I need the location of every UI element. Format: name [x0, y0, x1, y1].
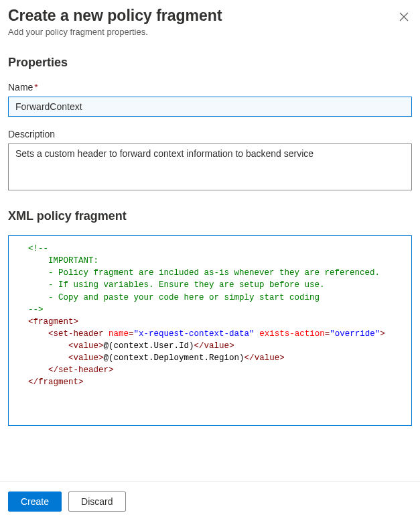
name-input[interactable]	[8, 97, 412, 117]
close-icon	[399, 12, 409, 23]
discard-button[interactable]: Discard	[68, 491, 125, 512]
footer-bar: Create Discard	[0, 481, 420, 521]
name-label: Name*	[8, 82, 412, 93]
xml-code-editor[interactable]: <!-- IMPORTANT: - Policy fragment are in…	[8, 235, 412, 426]
panel-title: Create a new policy fragment	[8, 7, 222, 25]
description-label: Description	[8, 129, 412, 139]
close-button[interactable]	[396, 9, 412, 25]
properties-heading: Properties	[8, 56, 412, 70]
required-indicator: *	[34, 82, 38, 93]
xml-heading: XML policy fragment	[8, 209, 412, 223]
panel-subtitle: Add your policy fragment properties.	[8, 27, 412, 37]
create-button[interactable]: Create	[8, 491, 62, 512]
description-input[interactable]: Sets a custom header to forward context …	[8, 143, 412, 190]
